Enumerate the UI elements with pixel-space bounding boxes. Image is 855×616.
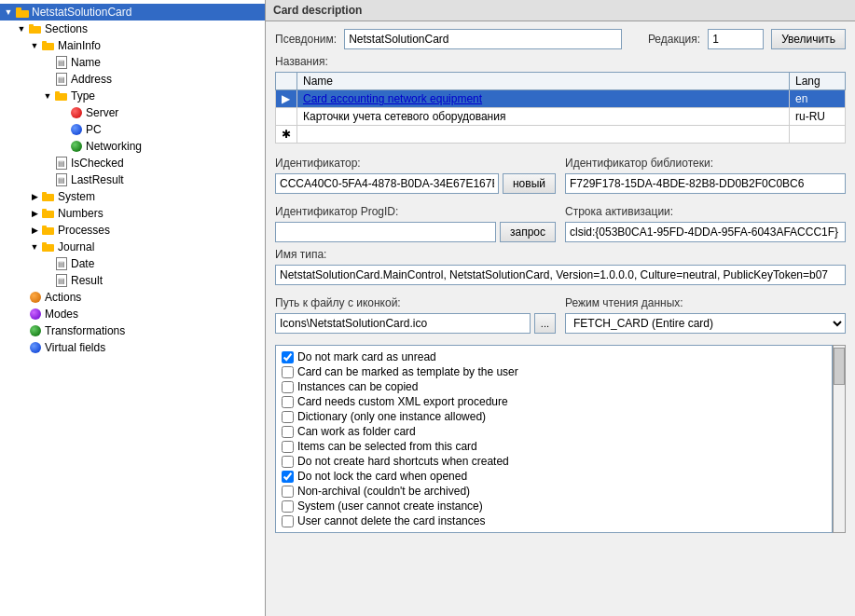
icon-path-input[interactable] xyxy=(275,313,531,334)
checkbox-item-9: Non-archival (couldn't be archived) xyxy=(282,484,826,499)
increase-btn[interactable]: Увеличить xyxy=(771,29,846,49)
checkbox-3[interactable] xyxy=(282,396,294,408)
maininfo-icon xyxy=(41,38,56,53)
alias-input[interactable] xyxy=(344,29,622,49)
typename-input[interactable] xyxy=(275,265,846,285)
checkbox-2[interactable] xyxy=(282,381,294,393)
checkbox-label-11: User cannot delete the card instances xyxy=(297,514,485,527)
tree-item-name[interactable]: ▤ Name xyxy=(0,54,265,71)
name-link-1[interactable]: Card accounting network equipment xyxy=(303,92,482,105)
expand-sections[interactable]: ▼ xyxy=(15,22,28,35)
lib-id-col: Идентификатор библиотеки: xyxy=(565,151,846,194)
tree-label-modes: Modes xyxy=(45,308,78,321)
tree-label-lastresult: LastResult xyxy=(71,173,124,186)
expand-journal[interactable]: ▼ xyxy=(28,240,41,253)
svg-rect-9 xyxy=(42,194,54,201)
panel-header: Card description xyxy=(266,0,855,21)
activation-input[interactable] xyxy=(565,222,846,242)
tree-item-journal[interactable]: ▼ Journal xyxy=(0,239,265,255)
tree-item-pc[interactable]: PC xyxy=(0,121,265,138)
new-btn[interactable]: новый xyxy=(503,173,556,194)
table-row[interactable]: Карточки учета сетевого оборудования ru-… xyxy=(276,108,846,126)
checkbox-11[interactable] xyxy=(282,515,294,527)
checkbox-8[interactable] xyxy=(282,471,294,483)
checkbox-0[interactable] xyxy=(282,351,294,363)
expand-processes[interactable]: ▶ xyxy=(28,224,41,237)
tree-item-date[interactable]: ▤ Date xyxy=(0,255,265,272)
expand-root[interactable]: ▼ xyxy=(2,6,15,19)
icon-path-col: Путь к файлу с иконкой: ... xyxy=(275,291,556,339)
tree-item-server[interactable]: Server xyxy=(0,104,265,121)
activation-label: Строка активизации: xyxy=(565,205,846,218)
data-mode-select[interactable]: FETCH_CARD (Entire card) FETCH_SECTION F… xyxy=(565,313,846,334)
col-lang-header: Lang xyxy=(790,73,846,90)
checkbox-6[interactable] xyxy=(282,441,294,453)
tree-item-sections[interactable]: ▼ Sections xyxy=(0,21,265,37)
revision-input[interactable] xyxy=(708,29,764,49)
journal-icon xyxy=(41,240,56,254)
revision-label: Редакция: xyxy=(648,33,700,46)
tree-root[interactable]: ▼ NetstatSolutionCard xyxy=(0,4,265,21)
checkbox-4[interactable] xyxy=(282,411,294,423)
system-icon xyxy=(41,189,56,204)
table-row[interactable]: ▶ Card accounting network equipment en xyxy=(276,90,846,108)
tree-item-modes[interactable]: Modes xyxy=(0,306,265,322)
checkbox-item-8: Do not lock the card when opened xyxy=(282,469,826,484)
checkbox-9[interactable] xyxy=(282,486,294,498)
tree-item-ischecked[interactable]: ▤ IsChecked xyxy=(0,155,265,171)
row-name-2: Карточки учета сетевого оборудования xyxy=(297,108,790,126)
checkbox-item-11: User cannot delete the card instances xyxy=(282,513,826,528)
panel-content: Псевдоним: Редакция: Увеличить Названия:… xyxy=(266,21,855,616)
checkbox-area: Do not mark card as unread Card can be m… xyxy=(275,345,846,533)
id-input[interactable] xyxy=(275,173,499,194)
row-lang-2: ru-RU xyxy=(790,108,846,126)
checkbox-label-4: Dictionary (only one instance allowed) xyxy=(297,410,486,423)
tree-item-result[interactable]: ▤ Result xyxy=(0,272,265,289)
tree-item-virtual-fields[interactable]: Virtual fields xyxy=(0,339,265,356)
svg-rect-3 xyxy=(29,26,41,34)
right-panel: Card description Псевдоним: Редакция: Ув… xyxy=(266,0,855,616)
lib-id-input[interactable] xyxy=(565,173,846,194)
svg-rect-5 xyxy=(42,43,54,50)
checkbox-item-6: Items can be selected from this card xyxy=(282,439,826,454)
tree-label-type: Type xyxy=(71,89,95,103)
tree-root-label: NetstatSolutionCard xyxy=(32,6,131,19)
browse-btn[interactable]: ... xyxy=(534,313,556,334)
progid-input[interactable] xyxy=(275,222,496,242)
tree-item-maininfo[interactable]: ▼ MainInfo xyxy=(0,37,265,54)
transformations-icon xyxy=(28,323,43,338)
alias-label: Псевдоним: xyxy=(275,33,337,46)
tree-item-transformations[interactable]: Transformations xyxy=(0,322,265,339)
checkbox-label-7: Do not create hard shortcuts when create… xyxy=(297,455,509,468)
expand-maininfo[interactable]: ▼ xyxy=(28,39,41,52)
query-btn[interactable]: запрос xyxy=(500,222,556,242)
tree-item-actions[interactable]: Actions xyxy=(0,289,265,306)
checkbox-5[interactable] xyxy=(282,426,294,438)
table-row-new[interactable]: ✱ xyxy=(276,126,846,144)
checkbox-10[interactable] xyxy=(282,500,294,513)
row-arrow: ▶ xyxy=(276,90,297,108)
checkbox-1[interactable] xyxy=(282,366,294,378)
typename-row xyxy=(275,265,846,285)
tree-item-processes[interactable]: ▶ Processes xyxy=(0,222,265,239)
tree-item-type[interactable]: ▼ Type xyxy=(0,88,265,104)
expand-type[interactable]: ▼ xyxy=(41,89,54,103)
expand-system[interactable]: ▶ xyxy=(28,190,41,203)
scrollbar-thumb[interactable] xyxy=(834,348,845,385)
checkbox-label-5: Can work as folder card xyxy=(297,425,416,438)
expand-numbers[interactable]: ▶ xyxy=(28,207,41,220)
tree-label-server: Server xyxy=(86,106,118,119)
checkbox-7[interactable] xyxy=(282,456,294,468)
tree-item-networking[interactable]: Networking xyxy=(0,138,265,155)
checkbox-item-2: Instances can be copied xyxy=(282,379,826,394)
date-icon: ▤ xyxy=(54,256,69,271)
tree-item-lastresult[interactable]: ▤ LastResult xyxy=(0,171,265,188)
tree-label-sections: Sections xyxy=(45,22,88,35)
checkbox-label-6: Items can be selected from this card xyxy=(297,440,477,453)
tree-item-numbers[interactable]: ▶ Numbers xyxy=(0,205,265,222)
tree-item-system[interactable]: ▶ System xyxy=(0,188,265,205)
path-row: ... xyxy=(275,313,556,334)
alias-row: Псевдоним: Редакция: Увеличить xyxy=(275,29,846,49)
tree-item-address[interactable]: ▤ Address xyxy=(0,71,265,88)
vertical-scrollbar[interactable] xyxy=(833,345,846,533)
